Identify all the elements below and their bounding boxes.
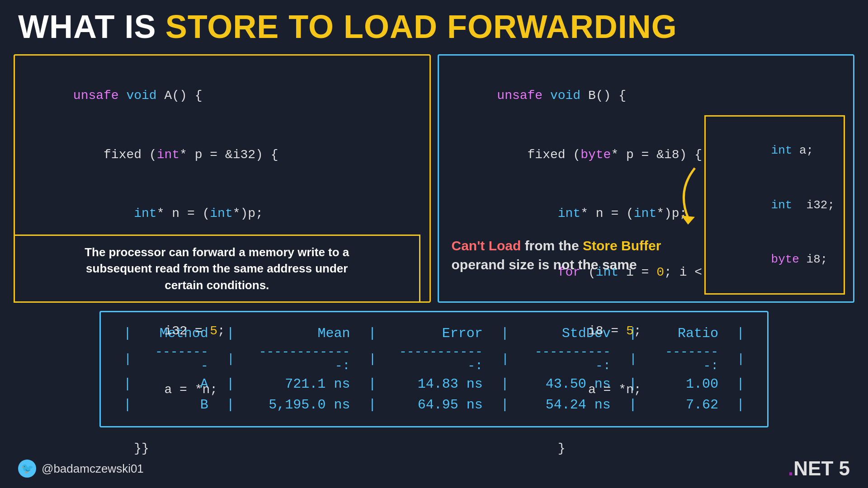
info-box-text: The processor can forward a memory write… <box>25 244 409 293</box>
operand-size-text: operand size is not the same <box>452 257 637 272</box>
info-line3: certain conditions. <box>165 278 269 292</box>
net5-label: NET 5 <box>793 457 850 479</box>
annot-box: int a; int i32; byte i8; <box>704 115 845 295</box>
svg-marker-0 <box>681 216 695 225</box>
net5-dot: . <box>788 457 793 479</box>
title-part2: STORE TO LOAD FORWARDING <box>165 8 677 45</box>
arrow-annotation <box>668 164 708 229</box>
info-line2: subsequent read from the same address un… <box>86 262 348 275</box>
code-b-line-6: a = *n; <box>452 361 841 419</box>
code-a-line-2: fixed (int* p = &i32) { <box>28 125 417 184</box>
title-part1: WHAT IS <box>18 8 156 45</box>
title-bar: WHAT IS STORE TO LOAD FORWARDING <box>0 0 868 50</box>
code-panel-b: unsafe void B() { fixed (byte* p = &i8) … <box>438 54 855 303</box>
code-a-line-6: a = *n; <box>28 361 417 419</box>
cant-load-from-text: from the <box>521 238 583 253</box>
info-box: The processor can forward a memory write… <box>14 235 420 303</box>
cant-load-annotation: Can't Load from the Store Buffer operand… <box>452 236 731 274</box>
annot-line-1: int a; <box>715 123 835 178</box>
twitter-handle: 🐦 @badamczewski01 <box>18 460 144 478</box>
code-panels: unsafe void A() { fixed (int* p = &i32) … <box>0 50 868 303</box>
code-a-line-5: i32 = 5; <box>28 302 417 361</box>
twitter-username: @badamczewski01 <box>42 462 144 476</box>
store-buffer-text: Store Buffer <box>583 238 661 253</box>
code-b-line-5: i8 = 5; <box>452 302 841 361</box>
code-a-line-1: unsafe void A() { <box>28 66 417 125</box>
footer: 🐦 @badamczewski01 .NET 5 <box>18 457 850 480</box>
cant-load-red-text: Can't Load <box>452 238 521 253</box>
info-line1: The processor can forward a memory write… <box>85 245 349 259</box>
annot-line-3: byte i8; <box>715 232 835 287</box>
dotnet-version: .NET 5 <box>788 457 850 480</box>
code-panel-a: unsafe void A() { fixed (int* p = &i32) … <box>14 54 431 303</box>
twitter-icon: 🐦 <box>18 460 36 478</box>
annot-line-2: int i32; <box>715 178 835 232</box>
